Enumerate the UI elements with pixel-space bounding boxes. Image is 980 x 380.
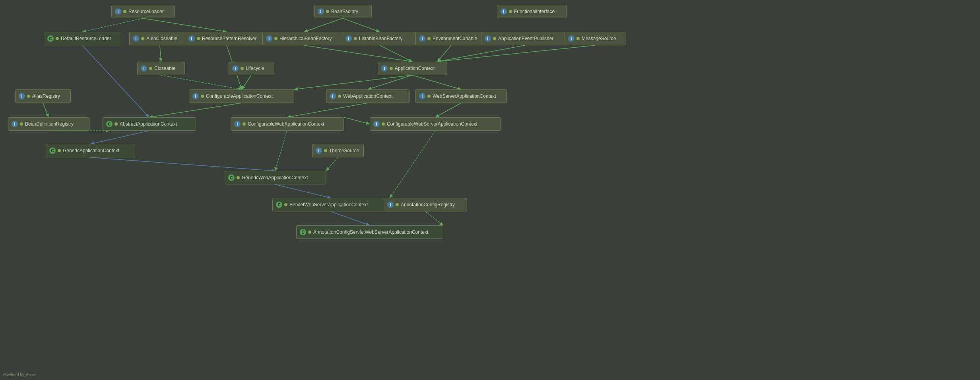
interface-icon: I [419,35,425,42]
node-annotationconfigservletwebserverapplicationcontext[interactable]: CAnnotationConfigServletWebServerApplica… [296,225,443,239]
node-label: AnnotationConfigRegistry [401,202,455,207]
node-dot [338,95,341,98]
node-autocloseable[interactable]: IAutoCloseable [129,32,191,45]
node-messagesource[interactable]: IMessageSource [565,32,626,45]
node-label: WebApplicationContext [343,93,393,99]
interface-icon: I [188,35,195,42]
node-dot [141,37,144,40]
connections-svg [0,0,980,380]
node-label: ResourcePatternResolver [202,36,256,41]
node-dot [354,37,357,40]
node-configurableapplicationcontext[interactable]: IConfigurableApplicationContext [189,89,294,103]
svg-line-25 [82,45,149,117]
node-functionalinterface[interactable]: IFunctionalInterface [497,5,567,18]
node-dot [326,10,329,13]
node-configurablewebapplicationcontext[interactable]: IConfigurableWebApplicationContext [231,117,344,131]
node-label: WebServerApplicationContext [433,93,496,99]
node-configurablewebserverapplicationcontext[interactable]: IConfigurableWebServerApplicationContext [370,117,501,131]
node-themesource[interactable]: IThemeSource [312,144,364,157]
node-label: ApplicationEventPublisher [498,36,553,41]
interface-icon: I [330,93,336,99]
node-servletwebserverapplicationcontext[interactable]: CServletWebServerApplicationContext [272,198,390,211]
node-listablebeanfactory[interactable]: IListableBeanFactory [342,32,417,45]
node-dot [308,231,311,234]
node-dot [284,203,287,206]
interface-icon: I [381,65,388,72]
interface-icon: I [568,35,574,42]
interface-icon: I [12,121,18,127]
class-icon: C [49,147,56,154]
node-label: BeanFactory [331,9,358,14]
node-genericapplicationcontext[interactable]: CGenericApplicationContext [46,144,135,157]
node-dot [382,122,385,126]
svg-line-12 [380,45,412,62]
node-hierarchicalbeanfactory[interactable]: IHierarchicalBeanFactory [262,32,346,45]
interface-icon: I [133,35,139,42]
node-label: AnnotationConfigServletWebServerApplicat… [313,229,428,235]
node-abstractapplicationcontext[interactable]: CAbstractApplicationContext [103,117,196,131]
node-dot [149,67,152,70]
node-dot [123,10,126,13]
node-label: FunctionalInterface [514,9,555,14]
node-dot [509,10,512,13]
interface-icon: I [373,121,380,127]
node-label: EnvironmentCapable [433,36,477,41]
interface-icon: I [345,35,352,42]
interface-icon: I [19,93,25,99]
node-label: Closeable [154,66,175,71]
svg-line-19 [287,103,368,117]
node-webserverapplicationcontext[interactable]: IWebServerApplicationContext [415,89,507,103]
node-beanfactory[interactable]: IBeanFactory [314,5,372,18]
svg-line-5 [161,75,242,89]
svg-line-23 [91,131,149,144]
svg-line-9 [368,75,412,89]
node-resourcepatternresolver[interactable]: IResourcePatternResolver [185,32,268,45]
svg-line-24 [91,157,275,171]
node-dot [58,149,61,152]
node-beandefinitionregistry[interactable]: IBeanDefinitionRegistry [8,117,89,131]
svg-line-1 [143,18,227,32]
powered-by-label: Powered by yFiles [3,372,36,377]
svg-line-14 [437,45,525,62]
node-dot [201,95,204,98]
svg-line-8 [294,75,412,89]
node-genericwebapplicationcontext[interactable]: CGenericWebApplicationContext [225,171,326,184]
node-dot [390,67,393,70]
node-webapplicationcontext[interactable]: IWebApplicationContext [326,89,409,103]
node-label: ConfigurableWebServerApplicationContext [387,121,477,127]
interface-icon: I [316,147,322,154]
node-dot [396,203,399,206]
node-label: AbstractApplicationContext [120,121,177,127]
node-dot [56,37,59,40]
svg-line-15 [437,45,595,62]
node-label: HierarchicalBeanFactory [279,36,332,41]
interface-icon: I [485,35,491,42]
node-lifecycle[interactable]: ILifecycle [229,62,274,75]
node-closeable[interactable]: ICloseable [137,62,185,75]
node-environmentcapable[interactable]: IEnvironmentCapable [415,32,487,45]
node-aliasregistry[interactable]: IAliasRegistry [15,89,71,103]
svg-line-27 [390,131,435,198]
node-dot [243,122,246,126]
svg-line-3 [343,18,380,32]
node-defaultresourceloader[interactable]: CDefaultResourceLoader [44,32,121,45]
node-resourceloader[interactable]: IResourceLoader [111,5,175,18]
interface-icon: I [232,65,239,72]
node-applicationeventpublisher[interactable]: IApplicationEventPublisher [481,32,569,45]
node-label: MessageSource [582,36,616,41]
node-dot [493,37,496,40]
interface-icon: I [387,202,394,208]
node-applicationcontext[interactable]: IApplicationContext [378,62,447,75]
svg-line-26 [275,184,331,198]
svg-line-18 [275,131,287,171]
svg-line-30 [425,211,443,225]
node-label: ResourceLoader [128,9,164,14]
interface-icon: I [115,8,121,15]
node-annotationconfigregistry[interactable]: IAnnotationConfigRegistry [384,198,467,211]
node-dot [114,122,118,126]
node-label: ApplicationContext [395,66,435,71]
svg-line-11 [304,45,412,62]
node-label: GenericApplicationContext [63,148,119,153]
node-dot [274,37,278,40]
class-icon: C [228,174,235,181]
